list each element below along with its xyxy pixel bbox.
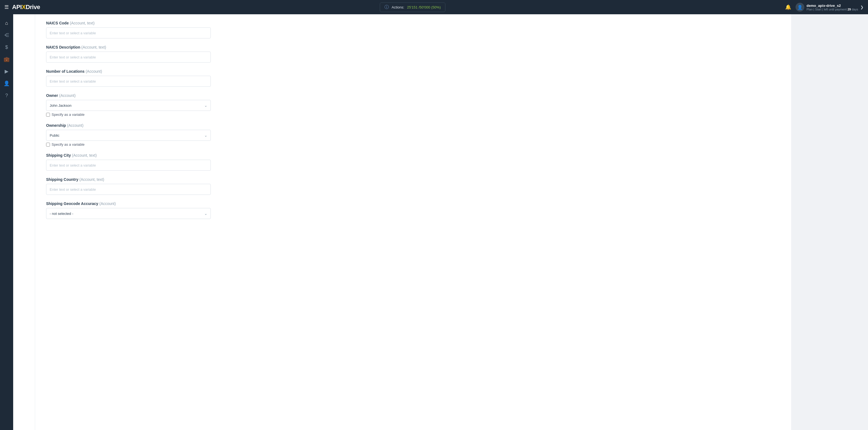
- logo-drive: Drive: [26, 4, 40, 11]
- owner-specify-variable-row: Specify as a variable: [46, 113, 780, 117]
- shipping-city-input[interactable]: [46, 160, 211, 171]
- main-layout: ⌂ ⋲ $ 💼 ▶ 👤 ? NAICS Code (Account, text): [0, 14, 868, 430]
- number-of-locations-label: Number of Locations (Account): [46, 69, 780, 73]
- shipping-geocode-accuracy-label: Shipping Geocode Accuracy (Account): [46, 202, 780, 206]
- sidebar-item-home[interactable]: ⌂: [1, 18, 12, 29]
- owner-select-wrapper: John Jackson Jane Doe Admin User ⌄: [46, 100, 211, 111]
- shipping-city-label: Shipping City (Account, text): [46, 153, 780, 157]
- actions-separator: /: [418, 5, 420, 9]
- main-content: NAICS Code (Account, text) NAICS Descrip…: [35, 14, 791, 430]
- sidebar-item-grid[interactable]: ⋲: [1, 30, 12, 41]
- owner-select[interactable]: John Jackson Jane Doe Admin User: [46, 100, 211, 111]
- shipping-city-meta: (Account, text): [72, 153, 97, 157]
- owner-meta: (Account): [59, 93, 75, 98]
- info-icon: ⓘ: [384, 4, 389, 10]
- naics-code-label: NAICS Code (Account, text): [46, 21, 780, 25]
- navbar-center: ⓘ Actions: 25'151 /50'000 (50%): [40, 2, 785, 12]
- ownership-label: Ownership (Account): [46, 123, 780, 128]
- field-ownership: Ownership (Account) Public Private Subsi…: [46, 123, 780, 147]
- sidebar-item-help[interactable]: ?: [1, 90, 12, 101]
- content-wrapper: NAICS Code (Account, text) NAICS Descrip…: [13, 14, 868, 430]
- logo-x: X: [22, 4, 26, 11]
- ownership-select[interactable]: Public Private Subsidiary Other: [46, 130, 211, 141]
- user-section: 👤 demo_apix-drive_s2 Plan | Start | left…: [796, 3, 864, 11]
- left-panel: [13, 14, 35, 430]
- field-naics-code: NAICS Code (Account, text): [46, 21, 780, 38]
- shipping-geocode-accuracy-meta: (Account): [99, 202, 116, 206]
- navbar-right: 🔔 👤 demo_apix-drive_s2 Plan | Start | le…: [785, 3, 864, 11]
- ownership-specify-variable-row: Specify as a variable: [46, 143, 780, 147]
- naics-description-input[interactable]: [46, 52, 211, 63]
- sidebar: ⌂ ⋲ $ 💼 ▶ 👤 ?: [0, 14, 13, 430]
- right-panel: [791, 14, 868, 430]
- naics-description-label: NAICS Description (Account, text): [46, 45, 780, 50]
- logo-text: API: [12, 4, 22, 11]
- bell-icon[interactable]: 🔔: [785, 4, 791, 10]
- shipping-country-label: Shipping Country (Account, text): [46, 177, 780, 182]
- naics-code-meta: (Account, text): [70, 21, 94, 25]
- ownership-specify-label[interactable]: Specify as a variable: [52, 143, 85, 147]
- ownership-specify-checkbox[interactable]: [46, 143, 50, 147]
- navbar: ☰ APIXDrive ⓘ Actions: 25'151 /50'000 (5…: [0, 0, 868, 14]
- naics-code-input[interactable]: [46, 27, 211, 38]
- field-owner: Owner (Account) John Jackson Jane Doe Ad…: [46, 93, 780, 117]
- avatar: 👤: [796, 3, 804, 11]
- number-of-locations-meta: (Account): [86, 69, 102, 73]
- plan-label: Plan: [807, 8, 812, 11]
- plan-tier: Start: [815, 8, 822, 11]
- sidebar-item-play[interactable]: ▶: [1, 66, 12, 77]
- shipping-geocode-accuracy-select[interactable]: - not selected - Address NearAddress Blo…: [46, 208, 211, 219]
- expand-icon[interactable]: ❯: [860, 5, 864, 9]
- user-name: demo_apix-drive_s2: [807, 4, 858, 8]
- ownership-select-wrapper: Public Private Subsidiary Other ⌄: [46, 130, 211, 141]
- logo: APIXDrive: [12, 4, 40, 11]
- field-shipping-city: Shipping City (Account, text): [46, 153, 780, 171]
- user-plan: Plan | Start | left until payment 29 day…: [807, 8, 858, 11]
- shipping-geocode-select-wrapper: - not selected - Address NearAddress Blo…: [46, 208, 211, 219]
- actions-label: Actions:: [392, 5, 404, 9]
- plan-days-unit: days: [852, 8, 858, 11]
- actions-percent: (50%): [431, 5, 441, 9]
- naics-description-meta: (Account, text): [81, 45, 106, 50]
- ownership-meta: (Account): [67, 123, 84, 128]
- actions-total: 50'000: [420, 5, 430, 9]
- actions-current: 25'151: [407, 5, 418, 9]
- sidebar-item-account[interactable]: 👤: [1, 78, 12, 89]
- field-shipping-country: Shipping Country (Account, text): [46, 177, 780, 195]
- plan-days: 29: [847, 8, 851, 11]
- sidebar-item-briefcase[interactable]: 💼: [1, 54, 12, 65]
- field-naics-description: NAICS Description (Account, text): [46, 45, 780, 63]
- owner-specify-label[interactable]: Specify as a variable: [52, 113, 85, 117]
- owner-label: Owner (Account): [46, 93, 780, 98]
- actions-value: 25'151 /50'000 (50%): [407, 5, 441, 9]
- field-shipping-geocode-accuracy: Shipping Geocode Accuracy (Account) - no…: [46, 202, 780, 219]
- user-info: demo_apix-drive_s2 Plan | Start | left u…: [807, 4, 858, 11]
- owner-specify-checkbox[interactable]: [46, 113, 50, 117]
- shipping-country-input[interactable]: [46, 184, 211, 195]
- shipping-country-meta: (Account, text): [79, 177, 104, 182]
- number-of-locations-input[interactable]: [46, 76, 211, 87]
- field-number-of-locations: Number of Locations (Account): [46, 69, 780, 87]
- plan-until: left until payment: [824, 8, 846, 11]
- sidebar-item-billing[interactable]: $: [1, 42, 12, 53]
- actions-badge[interactable]: ⓘ Actions: 25'151 /50'000 (50%): [380, 2, 445, 12]
- menu-icon[interactable]: ☰: [4, 4, 9, 10]
